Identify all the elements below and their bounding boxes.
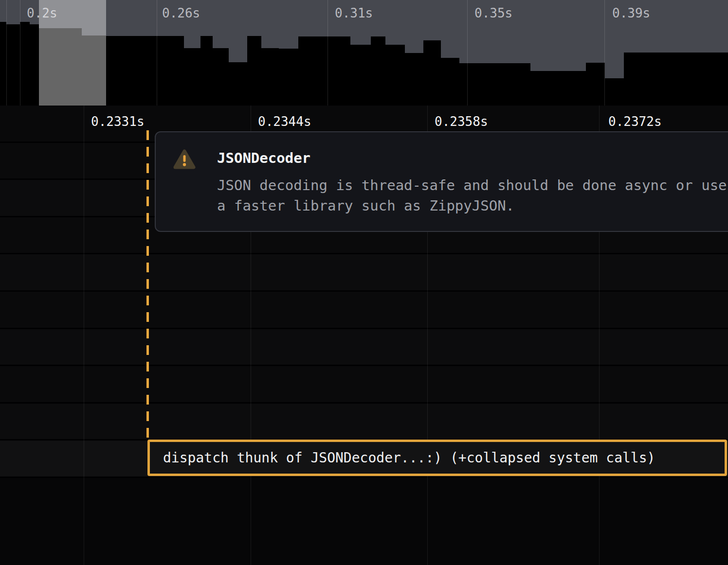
minimap-bar bbox=[184, 48, 200, 106]
minimap-bar bbox=[423, 40, 441, 106]
minimap-gridline bbox=[157, 0, 157, 106]
minimap-bar bbox=[605, 78, 624, 106]
minimap-bar bbox=[530, 71, 586, 106]
ruler-time-label: 0.2331s bbox=[91, 115, 145, 128]
minimap-bar bbox=[30, 24, 39, 106]
minimap-bar bbox=[298, 36, 350, 106]
minimap-bar bbox=[371, 36, 385, 106]
minimap-bar bbox=[385, 45, 405, 106]
tooltip-title: JSONDecoder bbox=[217, 150, 310, 166]
minimap-bar bbox=[213, 48, 229, 106]
flame-row bbox=[0, 329, 728, 367]
warning-triangle-icon bbox=[173, 149, 196, 172]
minimap-bar bbox=[459, 63, 530, 106]
minimap-gridline bbox=[328, 0, 328, 106]
minimap-time-label: 0.39s bbox=[612, 6, 650, 20]
minimap-bar bbox=[405, 53, 423, 106]
selection-marker-dashed-line bbox=[146, 130, 149, 440]
minimap-bar bbox=[20, 22, 30, 106]
minimap-time-label: 0.35s bbox=[474, 6, 512, 20]
minimap-bar bbox=[229, 62, 247, 106]
minimap-bar bbox=[350, 45, 371, 106]
minimap-gridline bbox=[20, 0, 20, 106]
minimap-bar bbox=[247, 36, 261, 106]
warning-tooltip: JSONDecoder JSON decoding is thread-safe… bbox=[155, 131, 728, 232]
minimap-bar bbox=[586, 63, 605, 106]
minimap-bar bbox=[441, 58, 459, 106]
timeline-minimap[interactable]: 0.2s0.26s0.31s0.35s0.39s bbox=[0, 0, 728, 106]
tooltip-body: JSON decoding is thread-safe and should … bbox=[217, 175, 728, 216]
minimap-bar bbox=[261, 48, 279, 106]
minimap-time-label: 0.31s bbox=[335, 6, 373, 20]
selected-frame-row[interactable]: dispatch thunk of JSONDecoder...:) (+col… bbox=[147, 440, 727, 476]
minimap-bar bbox=[106, 36, 184, 106]
minimap-bar bbox=[624, 53, 728, 106]
chart-gridline bbox=[84, 106, 84, 565]
minimap-bar bbox=[0, 22, 6, 106]
minimap-selection-handle[interactable] bbox=[39, 0, 106, 106]
profiler-window: 0.2s0.26s0.31s0.35s0.39s 0.2331s0.2344s0… bbox=[0, 0, 728, 565]
minimap-gridline bbox=[467, 0, 468, 106]
minimap-bar bbox=[6, 24, 20, 106]
flame-chart-empty-area bbox=[0, 478, 728, 565]
flame-row bbox=[0, 292, 728, 329]
minimap-bar bbox=[279, 49, 298, 106]
minimap-gridline bbox=[604, 0, 605, 106]
flame-row bbox=[0, 254, 728, 292]
minimap-gridline bbox=[6, 0, 7, 106]
ruler-time-label: 0.2344s bbox=[258, 115, 311, 128]
minimap-time-label: 0.26s bbox=[162, 6, 200, 20]
minimap-bar bbox=[200, 36, 213, 106]
ruler-time-label: 0.2372s bbox=[608, 115, 662, 128]
ruler-time-label: 0.2358s bbox=[435, 115, 488, 128]
flame-row bbox=[0, 404, 728, 441]
selected-frame-label: dispatch thunk of JSONDecoder...:) (+col… bbox=[150, 450, 655, 466]
flame-row bbox=[0, 366, 728, 404]
